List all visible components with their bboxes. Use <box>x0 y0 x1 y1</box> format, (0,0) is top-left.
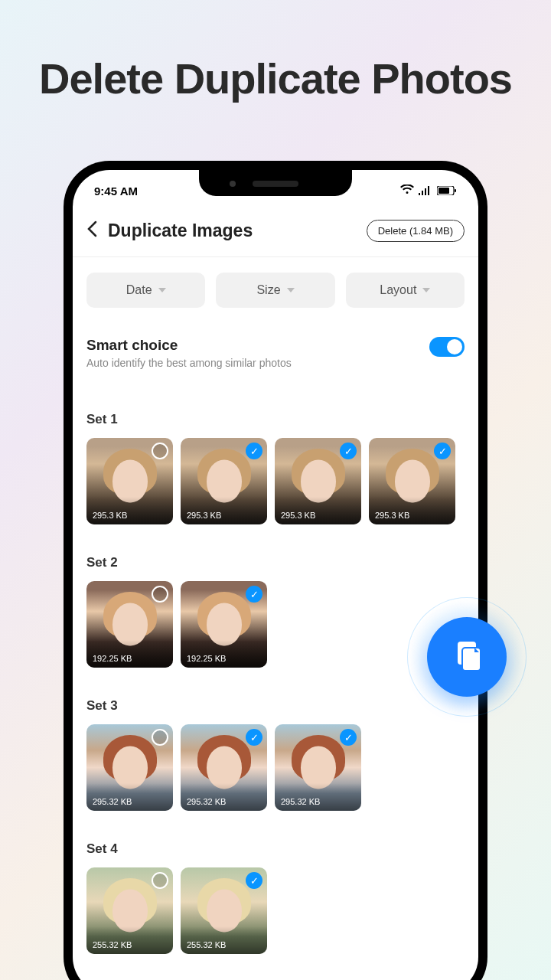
photo-thumbnail[interactable]: 255.32 KB <box>86 867 173 954</box>
copy-fab-button[interactable] <box>427 617 507 697</box>
selection-check-icon[interactable]: ✓ <box>246 586 262 603</box>
photo-thumbnail[interactable]: ✓295.32 KB <box>275 724 361 811</box>
selection-circle-icon[interactable] <box>152 586 168 603</box>
filter-row: Date Size Layout <box>73 257 478 315</box>
photo-size: 255.32 KB <box>86 926 173 954</box>
photo-size: 192.25 KB <box>181 640 267 668</box>
copy-icon <box>452 639 482 675</box>
smart-choice-row: Smart choice Auto identify the best amon… <box>73 315 478 369</box>
selection-check-icon[interactable]: ✓ <box>340 443 357 459</box>
photo-size: 295.32 KB <box>275 783 361 811</box>
selection-circle-icon[interactable] <box>152 729 168 746</box>
selection-circle-icon[interactable] <box>152 872 168 889</box>
chevron-down-icon <box>422 288 430 292</box>
svg-rect-6 <box>455 189 456 192</box>
selection-check-icon[interactable]: ✓ <box>246 872 262 889</box>
phone-screen: 9:45 AM Duplicate Images Delete (1.84 MB… <box>73 170 478 980</box>
selection-check-icon[interactable]: ✓ <box>246 443 262 459</box>
photo-size: 295.3 KB <box>181 497 267 524</box>
filter-label: Size <box>256 283 280 297</box>
photo-grid: 255.32 KB ✓255.32 KB <box>86 867 465 954</box>
filter-label: Layout <box>380 283 416 297</box>
chevron-down-icon <box>287 288 295 292</box>
smart-choice-subtitle: Auto identify the best among similar pho… <box>86 357 429 369</box>
page-title: Duplicate Images <box>108 220 356 241</box>
app-bar: Duplicate Images Delete (1.84 MB) <box>73 204 478 257</box>
back-button[interactable] <box>86 219 97 243</box>
photo-thumbnail[interactable]: 192.25 KB <box>86 581 173 668</box>
selection-check-icon[interactable]: ✓ <box>340 729 357 746</box>
photo-thumbnail[interactable]: ✓295.3 KB <box>275 438 361 524</box>
set-label: Set 3 <box>86 698 465 714</box>
phone-notch <box>199 170 352 196</box>
selection-check-icon[interactable]: ✓ <box>434 443 451 459</box>
photo-thumbnail[interactable]: ✓295.3 KB <box>369 438 455 524</box>
set-label: Set 1 <box>86 412 465 427</box>
svg-rect-2 <box>425 188 426 195</box>
svg-rect-1 <box>422 191 423 195</box>
photo-thumbnail[interactable]: 295.3 KB <box>86 438 173 524</box>
selection-check-icon[interactable]: ✓ <box>246 729 262 746</box>
battery-icon <box>437 185 457 198</box>
phone-frame: 9:45 AM Duplicate Images Delete (1.84 MB… <box>64 161 487 980</box>
set-label: Set 4 <box>86 841 465 857</box>
photo-size: 295.3 KB <box>86 497 173 524</box>
photo-thumbnail[interactable]: ✓295.32 KB <box>181 724 267 811</box>
selection-circle-icon[interactable] <box>152 443 168 459</box>
delete-button[interactable]: Delete (1.84 MB) <box>367 220 465 242</box>
photo-size: 295.32 KB <box>86 783 173 811</box>
set-label: Set 2 <box>86 555 465 570</box>
smart-choice-toggle[interactable] <box>429 337 465 357</box>
filter-size[interactable]: Size <box>216 273 334 308</box>
marketing-headline: Delete Duplicate Photos <box>0 0 551 103</box>
fab-halo <box>407 597 527 717</box>
photo-size: 295.3 KB <box>369 497 455 524</box>
photo-thumbnail[interactable]: ✓255.32 KB <box>181 867 267 954</box>
filter-layout[interactable]: Layout <box>346 273 465 308</box>
chevron-down-icon <box>158 288 166 292</box>
svg-rect-3 <box>428 186 429 195</box>
signal-icon <box>419 185 432 198</box>
wifi-icon <box>400 185 414 198</box>
status-time: 9:45 AM <box>94 185 138 198</box>
photo-grid: 295.3 KB ✓295.3 KB ✓295.3 KB ✓295.3 KB <box>86 438 465 524</box>
svg-rect-5 <box>439 188 449 194</box>
photo-size: 295.3 KB <box>275 497 361 524</box>
photo-size: 192.25 KB <box>86 640 173 668</box>
svg-rect-0 <box>419 193 420 195</box>
photo-thumbnail[interactable]: ✓192.25 KB <box>181 581 267 668</box>
photo-grid: 295.32 KB ✓295.32 KB ✓295.32 KB <box>86 724 465 811</box>
filter-date[interactable]: Date <box>86 273 205 308</box>
smart-choice-title: Smart choice <box>86 337 429 354</box>
photo-thumbnail[interactable]: 295.32 KB <box>86 724 173 811</box>
photo-size: 295.32 KB <box>181 783 267 811</box>
photo-thumbnail[interactable]: ✓295.3 KB <box>181 438 267 524</box>
photo-size: 255.32 KB <box>181 926 267 954</box>
filter-label: Date <box>126 283 152 297</box>
